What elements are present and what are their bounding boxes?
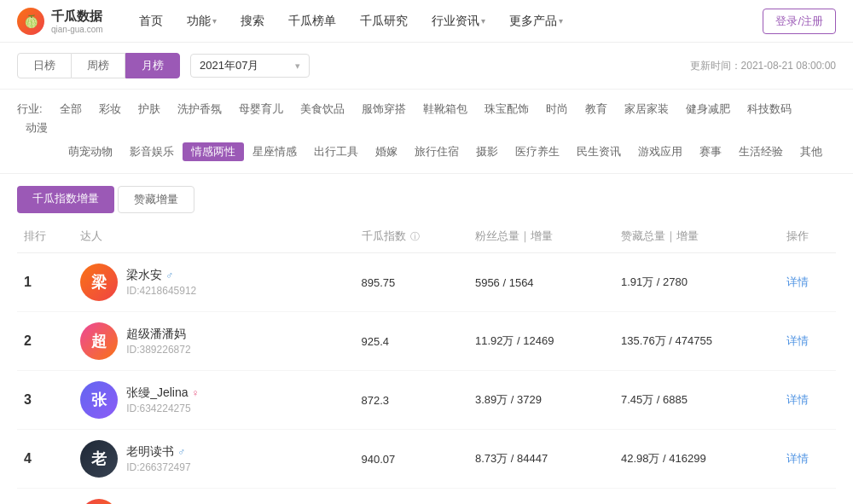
update-time: 更新时间：2021-08-21 08:00:00 <box>690 59 836 73</box>
industry-tag-education[interactable]: 教育 <box>577 100 616 119</box>
col-likes: 赞藏总量｜增量 <box>614 220 780 253</box>
action-cell: 详情 <box>780 312 836 371</box>
nav-home[interactable]: 首页 <box>129 9 173 34</box>
index-cell: 872.3 <box>355 371 468 430</box>
avatar: 梁 <box>80 264 118 301</box>
gender-icon: ♂ <box>177 446 185 458</box>
influencer-name: 老明读书 ♂ <box>126 444 190 460</box>
industry-tag-news[interactable]: 民生资讯 <box>568 142 630 161</box>
col-influencer: 达人 <box>73 220 354 253</box>
industry-tag-makeup[interactable]: 彩妆 <box>90 100 130 119</box>
chevron-down-icon: ▾ <box>481 16 485 26</box>
detail-link[interactable]: 详情 <box>786 334 809 347</box>
influencer-id: ID:389226872 <box>126 344 190 356</box>
influencer-details: 张缦_Jelina ♀ ID:634224275 <box>126 385 199 414</box>
rank-number: 4 <box>24 451 32 466</box>
industry-tag-life[interactable]: 生活经验 <box>730 142 792 161</box>
detail-link[interactable]: 详情 <box>786 275 809 288</box>
industry-tag-skincare[interactable]: 护肤 <box>130 100 169 119</box>
index-cell: 895.75 <box>355 253 468 312</box>
influencer-id: ID:266372497 <box>126 461 190 473</box>
rank-number: 1 <box>24 275 32 289</box>
industry-tag-wedding[interactable]: 婚嫁 <box>367 142 406 161</box>
action-cell: 详情 <box>780 371 836 430</box>
influencer-cell: 张 张缦_Jelina ♀ ID:634224275 <box>73 371 354 430</box>
table-row: 3 张 张缦_Jelina ♀ ID:634224275 872.3 3.89万… <box>17 371 836 430</box>
likes-cell: 3.99万 / 3449 <box>614 489 780 505</box>
tab-monthly[interactable]: 月榜 <box>125 53 180 78</box>
action-cell: 详情 <box>780 489 836 505</box>
avatar: 老 <box>80 440 118 478</box>
metric-tab-likes[interactable]: 赞藏增量 <box>118 186 194 213</box>
industry-tag-games[interactable]: 游戏应用 <box>630 142 691 161</box>
influencer-details: 超级潘潘妈 ID:389226872 <box>126 327 190 356</box>
index-cell: 940.07 <box>355 430 468 489</box>
influencer-name: 超级潘潘妈 <box>126 327 190 342</box>
metric-tabs: 千瓜指数增量 赞藏增量 <box>0 174 853 213</box>
influencer-cell: 璟 璟小姐轻奢原创设计 ♀ ID:919380724 <box>73 489 354 505</box>
nav-research[interactable]: 千瓜研究 <box>350 9 418 34</box>
influencer-info-wrap: 张 张缦_Jelina ♀ ID:634224275 <box>80 381 347 419</box>
tab-bar: 日榜 周榜 月榜 2021年07月 ▾ 更新时间：2021-08-21 08:0… <box>0 43 853 90</box>
tab-weekly[interactable]: 周榜 <box>72 53 125 78</box>
info-icon[interactable]: ⓘ <box>410 231 420 241</box>
industry-tag-shoes[interactable]: 鞋靴箱包 <box>415 100 476 119</box>
nav-industry[interactable]: 行业资讯▾ <box>421 9 496 34</box>
industry-tag-jewelry[interactable]: 珠宝配饰 <box>476 100 537 119</box>
industry-tag-other[interactable]: 其他 <box>792 142 831 161</box>
detail-link[interactable]: 详情 <box>786 452 809 465</box>
rank-number: 3 <box>24 392 32 407</box>
fans-cell: 11.92万 / 12469 <box>468 312 614 371</box>
industry-tag-horoscope[interactable]: 星座情感 <box>244 142 305 161</box>
col-fans: 粉丝总量｜增量 <box>468 220 614 253</box>
col-rank: 排行 <box>17 220 73 253</box>
tab-daily[interactable]: 日榜 <box>17 53 72 78</box>
fans-cell: 8316 / 655 <box>468 489 614 505</box>
industry-tag-health[interactable]: 医疗养生 <box>507 142 568 161</box>
industry-tag-tech[interactable]: 科技数码 <box>739 100 800 119</box>
avatar: 超 <box>80 322 118 360</box>
nav-more[interactable]: 更多产品▾ <box>499 9 573 34</box>
industry-tag-media[interactable]: 影音娱乐 <box>121 142 183 161</box>
fans-cell: 8.73万 / 84447 <box>468 430 614 489</box>
industry-tag-travel[interactable]: 旅行住宿 <box>406 142 467 161</box>
industry-tag-sports[interactable]: 赛事 <box>691 142 730 161</box>
influencer-cell: 梁 梁水安 ♂ ID:4218645912 <box>73 253 354 312</box>
fans-cell: 5956 / 1564 <box>468 253 614 312</box>
logo-text: 千瓜数据 qian-gua.com <box>51 9 103 34</box>
industry-tag-food[interactable]: 美食饮品 <box>292 100 353 119</box>
industry-tag-home[interactable]: 家居家装 <box>616 100 677 119</box>
industry-tag-transport[interactable]: 出行工具 <box>305 142 367 161</box>
industry-tag-photo[interactable]: 摄影 <box>467 142 507 161</box>
action-cell: 详情 <box>780 430 836 489</box>
influencer-cell: 超 超级潘潘妈 ID:389226872 <box>73 312 354 371</box>
index-cell: 851.29 <box>355 489 468 505</box>
table-row: 5 璟 璟小姐轻奢原创设计 ♀ ID:919380724 851.29 8316… <box>17 489 836 505</box>
metric-tab-index[interactable]: 千瓜指数增量 <box>17 186 114 213</box>
date-select[interactable]: 2021年07月 ▾ <box>190 54 310 78</box>
industry-tag-trend[interactable]: 时尚 <box>537 100 577 119</box>
industry-tag-fashion[interactable]: 服饰穿搭 <box>353 100 415 119</box>
industry-tag-all[interactable]: 全部 <box>51 100 90 119</box>
industry-tag-pets[interactable]: 萌宠动物 <box>60 142 121 161</box>
col-action: 操作 <box>780 220 836 253</box>
industry-row-2: 萌宠动物 影音娱乐 情感两性 星座情感 出行工具 婚嫁 旅行住宿 摄影 医疗养生… <box>17 142 836 161</box>
chevron-down-icon: ▾ <box>212 16 217 26</box>
nav-ranking[interactable]: 千瓜榜单 <box>278 9 346 34</box>
industry-tag-wash[interactable]: 洗护香氛 <box>169 100 230 119</box>
table-wrap: 排行 达人 千瓜指数 ⓘ 粉丝总量｜增量 赞藏总量｜增量 操作 1 梁 梁水安 <box>0 220 853 504</box>
logo-en: qian-gua.com <box>51 25 103 34</box>
influencer-details: 梁水安 ♂ ID:4218645912 <box>126 268 196 297</box>
index-cell: 925.4 <box>355 312 468 371</box>
detail-link[interactable]: 详情 <box>786 393 809 406</box>
nav-search[interactable]: 搜索 <box>230 9 275 34</box>
nav-features[interactable]: 功能▾ <box>177 9 227 34</box>
avatar: 璟 <box>80 499 118 504</box>
industry-tag-anime[interactable]: 动漫 <box>17 119 56 137</box>
login-button[interactable]: 登录/注册 <box>763 9 836 34</box>
likes-cell: 135.76万 / 474755 <box>614 312 780 371</box>
industry-tag-romance[interactable]: 情感两性 <box>183 142 244 161</box>
industry-tag-fitness[interactable]: 健身减肥 <box>677 100 739 119</box>
industry-tag-baby[interactable]: 母婴育儿 <box>230 100 292 119</box>
influencer-info-wrap: 璟 璟小姐轻奢原创设计 ♀ ID:919380724 <box>80 499 347 504</box>
